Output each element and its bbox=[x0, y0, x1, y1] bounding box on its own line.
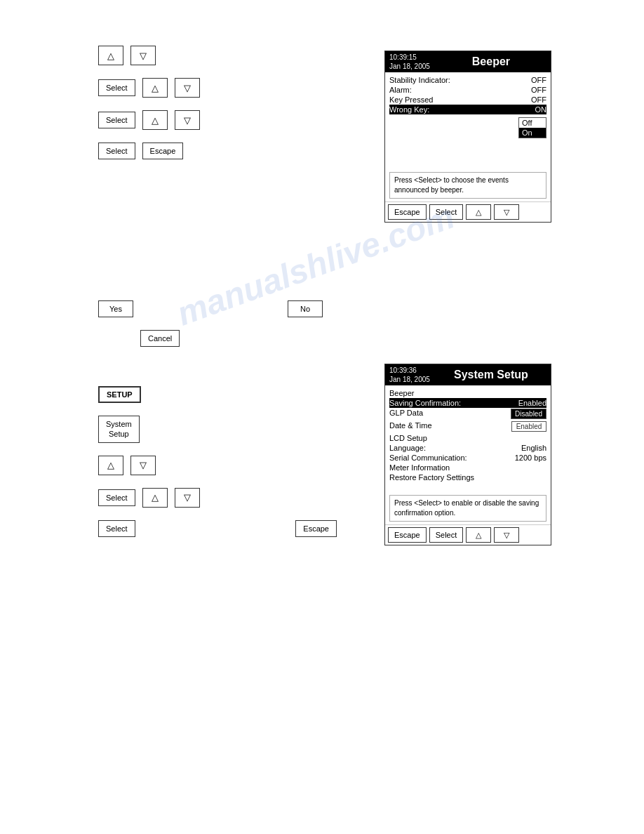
dropdown-on[interactable]: On bbox=[519, 128, 546, 138]
arrows-row-4: △ ▽ bbox=[98, 456, 365, 475]
dropdown-off[interactable]: Off bbox=[519, 118, 546, 128]
syssetup-body: Beeper Saving Confirmation: Enabled GLP … bbox=[385, 385, 551, 492]
row-select-escape: Select Escape bbox=[98, 143, 365, 159]
syssetup-row-lcd: LCD Setup bbox=[389, 433, 546, 443]
yes-btn[interactable]: Yes bbox=[98, 300, 133, 317]
setup-row: SETUP bbox=[98, 386, 365, 403]
syssetup-row-glp: GLP Data Disabled bbox=[389, 408, 546, 421]
top-controls-section: △ ▽ Select △ ▽ Select △ ▽ Select Escape bbox=[98, 46, 365, 172]
cancel-btn[interactable]: Cancel bbox=[140, 330, 180, 347]
beeper-select-btn[interactable]: Select bbox=[429, 204, 464, 220]
beeper-body: Stability Indicator: OFF Alarm: OFF Key … bbox=[385, 72, 551, 169]
beeper-up-btn[interactable]: △ bbox=[466, 204, 491, 220]
syssetup-row-datetime: Date & Time Enabled bbox=[389, 421, 546, 433]
select-arrows-row-5: Select △ ▽ bbox=[98, 488, 365, 508]
syssetup-escape-btn[interactable]: Escape bbox=[388, 527, 427, 543]
beeper-down-btn[interactable]: ▽ bbox=[494, 204, 519, 220]
syssetup-row-meter: Meter Information bbox=[389, 463, 546, 472]
syssetup-footer-text: Press <Select> to enable or disable the … bbox=[389, 495, 546, 522]
select-escape-row-2: Select Escape bbox=[98, 520, 337, 537]
syssetup-row-saving: Saving Confirmation: Enabled bbox=[389, 398, 546, 408]
beeper-title: Beeper bbox=[436, 55, 546, 68]
down-arrow-btn-3[interactable]: ▽ bbox=[175, 110, 200, 130]
syssetup-row-language: Language: English bbox=[389, 443, 546, 453]
up-arrow-4[interactable]: △ bbox=[98, 456, 123, 475]
beeper-row-keypressed: Key Pressed OFF bbox=[389, 95, 546, 105]
select-btn-5[interactable]: Select bbox=[98, 489, 135, 506]
keypressed-value: OFF bbox=[531, 95, 546, 104]
syssetup-header: 10:39:36 Jan 18, 2005 System Setup bbox=[385, 364, 551, 385]
select-btn-2[interactable]: Select bbox=[98, 79, 135, 96]
down-arrow-btn-1[interactable]: ▽ bbox=[130, 46, 156, 65]
system-setup-btn[interactable]: System Setup bbox=[98, 416, 140, 443]
syssetup-time: 10:39:36 Jan 18, 2005 bbox=[389, 366, 430, 384]
row-arrows-1: △ ▽ bbox=[98, 46, 365, 65]
row-select-arrows-3: Select △ ▽ bbox=[98, 110, 365, 130]
syssetup-row-serial: Serial Communication: 1200 bps bbox=[389, 453, 546, 463]
syssetup-down-btn[interactable]: ▽ bbox=[494, 527, 519, 543]
syssetup-row-restore: Restore Factory Settings bbox=[389, 472, 546, 482]
up-arrow-btn-3[interactable]: △ bbox=[142, 110, 168, 130]
up-arrow-btn-2[interactable]: △ bbox=[142, 78, 168, 98]
yes-no-cancel-section: Yes No Cancel bbox=[98, 300, 365, 359]
beeper-footer-text: Press <Select> to choose the events anno… bbox=[389, 172, 546, 199]
setup-btn[interactable]: SETUP bbox=[98, 386, 141, 403]
badge-enabled[interactable]: Enabled bbox=[511, 421, 546, 432]
stability-value: OFF bbox=[531, 76, 546, 84]
badge-disabled[interactable]: Disabled bbox=[511, 409, 546, 419]
beeper-row-wrongkey: Wrong Key: ON bbox=[389, 105, 546, 114]
down-arrow-5[interactable]: ▽ bbox=[175, 488, 200, 508]
escape-btn-1[interactable]: Escape bbox=[142, 143, 184, 159]
select-btn-3[interactable]: Select bbox=[98, 112, 135, 128]
select-btn-4[interactable]: Select bbox=[98, 143, 135, 159]
alarm-label: Alarm: bbox=[389, 86, 412, 94]
beeper-dropdown-box[interactable]: Off On bbox=[518, 117, 546, 138]
beeper-time: 10:39:15 Jan 18, 2005 bbox=[389, 53, 430, 71]
row-select-arrows-2: Select △ ▽ bbox=[98, 78, 365, 98]
yes-no-row: Yes No bbox=[98, 300, 323, 317]
alarm-value: OFF bbox=[531, 86, 546, 94]
syssetup-screen: 10:39:36 Jan 18, 2005 System Setup Beepe… bbox=[384, 364, 551, 545]
beeper-row-alarm: Alarm: OFF bbox=[389, 85, 546, 95]
select-btn-6[interactable]: Select bbox=[98, 520, 135, 537]
beeper-screen-header: 10:39:15 Jan 18, 2005 Beeper bbox=[385, 51, 551, 72]
down-arrow-btn-2[interactable]: ▽ bbox=[175, 78, 200, 98]
up-arrow-btn-1[interactable]: △ bbox=[98, 46, 123, 65]
syssetup-up-btn[interactable]: △ bbox=[466, 527, 491, 543]
syssetup-row-beeper: Beeper bbox=[389, 388, 546, 398]
system-setup-row: System Setup bbox=[98, 416, 365, 443]
beeper-escape-btn[interactable]: Escape bbox=[388, 204, 427, 220]
syssetup-select-btn[interactable]: Select bbox=[429, 527, 464, 543]
wrongkey-label: Wrong Key: bbox=[389, 105, 429, 114]
beeper-dropdown: Off On bbox=[389, 116, 546, 138]
syssetup-title: System Setup bbox=[436, 369, 546, 381]
up-arrow-5[interactable]: △ bbox=[142, 488, 168, 508]
syssetup-controls: Escape Select △ ▽ bbox=[385, 524, 551, 545]
cancel-row: Cancel bbox=[140, 330, 365, 347]
escape-btn-2[interactable]: Escape bbox=[295, 520, 337, 537]
no-btn[interactable]: No bbox=[288, 300, 323, 317]
beeper-controls: Escape Select △ ▽ bbox=[385, 201, 551, 222]
wrongkey-value: ON bbox=[535, 105, 547, 114]
beeper-row-stability: Stability Indicator: OFF bbox=[389, 75, 546, 85]
stability-label: Stability Indicator: bbox=[389, 76, 450, 84]
down-arrow-4[interactable]: ▽ bbox=[130, 456, 156, 475]
beeper-screen: 10:39:15 Jan 18, 2005 Beeper Stability I… bbox=[384, 51, 551, 223]
bottom-controls-section: SETUP System Setup △ ▽ Select △ ▽ Select… bbox=[98, 386, 365, 550]
keypressed-label: Key Pressed bbox=[389, 95, 433, 104]
